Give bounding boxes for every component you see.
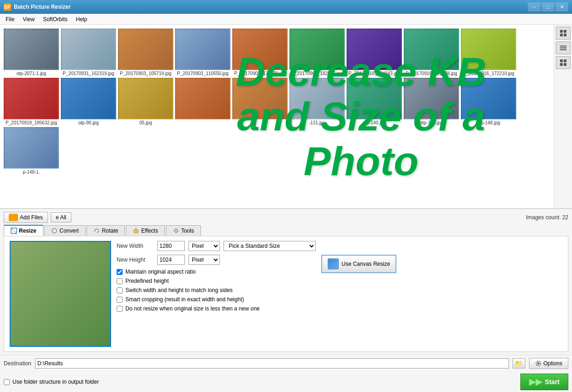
list-item[interactable]: P_20170903_171531.jpg bbox=[232, 29, 288, 76]
tab-tools[interactable]: Tools bbox=[166, 225, 201, 236]
destination-input[interactable] bbox=[35, 358, 509, 369]
menu-file[interactable]: File bbox=[2, 15, 18, 23]
thumbnail-label: P_20170903_171531.jpg bbox=[234, 71, 286, 76]
svg-rect-6 bbox=[560, 49, 566, 50]
thumbnail-image bbox=[461, 29, 516, 70]
svg-rect-8 bbox=[564, 59, 566, 62]
standard-size-select[interactable]: Pick a Standard Size 800x600 1024x768 12… bbox=[224, 241, 316, 251]
maintain-aspect-label: Maintain original aspect ratio bbox=[125, 269, 196, 275]
sidebar-view-btn-1[interactable] bbox=[556, 27, 571, 40]
width-unit-select[interactable]: Pixel Percent bbox=[189, 241, 220, 251]
switch-sides-row: Switch width and height to match long si… bbox=[117, 287, 316, 293]
width-row: New Width Pixel Percent Pick a Standard … bbox=[117, 241, 316, 251]
list-item[interactable]: otp-145.jpg bbox=[404, 78, 459, 125]
list-item[interactable]: otp-90.jpg bbox=[61, 78, 116, 125]
maximize-button[interactable]: □ bbox=[542, 2, 554, 12]
tab-effects-label: Effects bbox=[141, 228, 158, 234]
svg-rect-5 bbox=[560, 47, 566, 48]
tab-rotate[interactable]: Rotate bbox=[87, 225, 125, 236]
svg-point-16 bbox=[175, 229, 177, 232]
thumbnail-label: P_20170916_172138.jpg bbox=[406, 71, 457, 76]
panel-inner: New Width Pixel Percent Pick a Standard … bbox=[10, 241, 396, 347]
thumbnail-label: P_20170903_110550.jpg bbox=[177, 71, 229, 76]
smart-crop-checkbox[interactable] bbox=[117, 297, 123, 303]
predefined-height-label: Predefined height bbox=[125, 278, 169, 284]
folder-structure-checkbox[interactable] bbox=[4, 379, 10, 385]
destination-bar: Destination 📁 Options bbox=[0, 355, 572, 372]
sidebar-view-btn-2[interactable] bbox=[556, 41, 571, 54]
list-item[interactable]: otp-2071-1.jpg bbox=[4, 29, 59, 76]
thumbnail-image bbox=[347, 78, 402, 119]
menu-view[interactable]: View bbox=[19, 15, 38, 23]
tab-resize[interactable]: Resize bbox=[4, 225, 43, 236]
window-controls: − □ ✕ bbox=[528, 2, 568, 12]
thumbnail-label: P_20170831_162319.jpg bbox=[63, 71, 114, 76]
thumbnail-label: -131.jpg bbox=[309, 120, 325, 125]
svg-rect-4 bbox=[560, 46, 566, 47]
list-item[interactable]: P_20170903_182256.jpg bbox=[289, 29, 345, 76]
list-item[interactable]: 05.jpg bbox=[118, 78, 173, 125]
list-item[interactable]: P_20170916_172138.jpg bbox=[404, 29, 459, 76]
thumbnail-image bbox=[61, 29, 116, 70]
app-title: Batch Picture Resizer bbox=[14, 4, 71, 10]
remove-all-label: e All bbox=[56, 214, 66, 221]
tab-convert[interactable]: Convert bbox=[44, 225, 86, 236]
no-resize-smaller-checkbox[interactable] bbox=[117, 306, 123, 312]
thumbnail-image bbox=[347, 29, 402, 70]
svg-marker-15 bbox=[133, 228, 139, 234]
thumbnail-label: P_20170916_154943.jpg bbox=[348, 71, 400, 76]
minimize-button[interactable]: − bbox=[528, 2, 541, 12]
start-label: Start bbox=[545, 378, 560, 386]
smart-crop-row: Smart cropping (result in exact width an… bbox=[117, 296, 316, 303]
thumbnail-image bbox=[404, 29, 459, 70]
close-button[interactable]: ✕ bbox=[555, 2, 568, 12]
folder-icon bbox=[9, 214, 18, 221]
add-files-label: Add Files bbox=[20, 214, 43, 221]
thumbnail-image bbox=[175, 78, 230, 119]
predefined-height-row: Predefined height bbox=[117, 278, 316, 284]
thumbnail-image bbox=[289, 29, 345, 70]
folder-browse-icon: 📁 bbox=[515, 360, 523, 367]
add-files-left: Add Files e All bbox=[4, 212, 71, 223]
list-item[interactable]: P_20170831_162319.jpg bbox=[61, 29, 116, 76]
menu-softorbits[interactable]: SoftOrbits bbox=[39, 15, 71, 23]
options-button[interactable]: Options bbox=[529, 358, 568, 369]
height-input[interactable] bbox=[157, 255, 185, 265]
remove-all-button[interactable]: e All bbox=[51, 212, 71, 222]
list-item[interactable]: p-148-1. bbox=[4, 127, 59, 175]
list-item[interactable]: otp-148.jpg bbox=[461, 78, 516, 125]
height-unit-select[interactable]: Pixel Percent bbox=[189, 255, 220, 265]
use-canvas-resize-button[interactable]: Use Canvas Resize bbox=[321, 255, 396, 273]
effects-icon bbox=[133, 228, 139, 234]
gallery-sidebar bbox=[554, 25, 572, 208]
list-item[interactable]: P_20170903_110550.jpg bbox=[175, 29, 230, 76]
list-item[interactable]: P_20170916_154943.jpg bbox=[347, 29, 402, 76]
thumbnail-image bbox=[118, 78, 173, 119]
switch-sides-checkbox[interactable] bbox=[117, 287, 123, 293]
sidebar-view-btn-3[interactable] bbox=[556, 56, 571, 69]
thumbnail-image bbox=[61, 78, 116, 119]
predefined-height-checkbox[interactable] bbox=[117, 278, 123, 284]
list-item[interactable]: P_20170916_172210.jpg bbox=[461, 29, 516, 76]
svg-rect-7 bbox=[560, 59, 563, 62]
list-item[interactable]: P_20170919_185632.jpg bbox=[4, 78, 59, 125]
width-input[interactable] bbox=[157, 241, 185, 251]
thumbnail-image bbox=[118, 29, 173, 70]
start-button[interactable]: ▶▶ Start bbox=[520, 374, 568, 390]
list-item[interactable]: P_20170903_105719.jpg bbox=[118, 29, 173, 76]
thumbnail-label: otp-90.jpg bbox=[78, 120, 99, 125]
add-files-button[interactable]: Add Files bbox=[4, 212, 48, 223]
maintain-aspect-checkbox[interactable] bbox=[117, 269, 123, 275]
svg-point-13 bbox=[52, 228, 57, 233]
tab-effects[interactable]: Effects bbox=[126, 225, 165, 236]
list-item[interactable]: otp-140.jpg bbox=[347, 78, 402, 125]
list-item[interactable]: -131.jpg bbox=[289, 78, 345, 125]
list-item[interactable] bbox=[232, 78, 288, 125]
app-icon: BP bbox=[4, 3, 11, 11]
browse-button[interactable]: 📁 bbox=[513, 358, 525, 369]
menu-help[interactable]: Help bbox=[72, 15, 91, 23]
thumbnail-image bbox=[4, 127, 59, 169]
list-item[interactable] bbox=[175, 78, 230, 125]
no-resize-smaller-row: Do not resize when original size is less… bbox=[117, 305, 316, 312]
menu-bar: File View SoftOrbits Help bbox=[0, 14, 572, 25]
